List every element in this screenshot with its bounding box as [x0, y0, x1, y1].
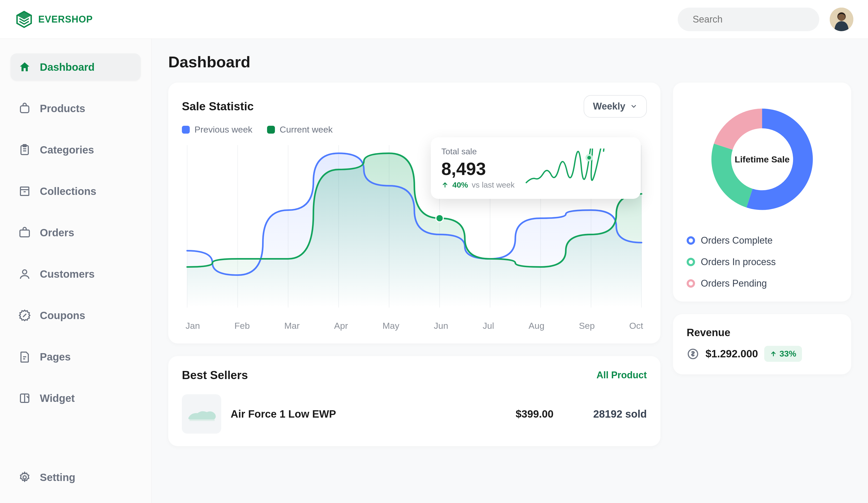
- logo-text: EVERSHOP: [38, 14, 93, 25]
- logo[interactable]: EVERSHOP: [15, 10, 93, 29]
- x-tick: Aug: [529, 321, 545, 331]
- product-name: Air Force 1 Low EWP: [231, 408, 471, 420]
- card-title: Best Sellers: [182, 369, 248, 382]
- search-input[interactable]: [693, 14, 810, 25]
- sidebar-item-label: Widget: [40, 392, 75, 404]
- sidebar-item-label: Customers: [40, 268, 95, 280]
- period-select[interactable]: Weekly: [583, 95, 647, 118]
- x-tick: Mar: [285, 321, 300, 331]
- x-tick: Feb: [234, 321, 250, 331]
- avatar[interactable]: [830, 8, 853, 31]
- tooltip-value: 8,493: [441, 158, 515, 179]
- x-tick: Jan: [186, 321, 200, 331]
- user-icon: [18, 268, 31, 280]
- archive-icon: [18, 185, 31, 198]
- topbar: EVERSHOP: [0, 0, 868, 39]
- legend-curr: Current week: [267, 124, 333, 135]
- x-tick: Apr: [334, 321, 348, 331]
- dollar-icon: [686, 348, 699, 360]
- x-tick: Jun: [434, 321, 448, 331]
- donut-legend-item: Orders Complete: [686, 235, 838, 246]
- sidebar-item-label: Dashboard: [40, 61, 95, 73]
- sidebar-item-label: Categories: [40, 144, 94, 156]
- sidebar-item-coupons[interactable]: Coupons: [10, 302, 141, 329]
- sidebar-item-pages[interactable]: Pages: [10, 343, 141, 370]
- lifetime-sale-card: Lifetime Sale Orders CompleteOrders In p…: [673, 83, 851, 302]
- period-label: Weekly: [593, 101, 625, 112]
- donut-legend-item: Orders In process: [686, 256, 838, 268]
- product-price: $399.00: [480, 408, 554, 420]
- revenue-value: $1.292.000: [705, 348, 758, 360]
- sidebar-item-orders[interactable]: Orders: [10, 219, 141, 246]
- all-product-link[interactable]: All Product: [597, 370, 647, 381]
- sidebar-item-categories[interactable]: Categories: [10, 136, 141, 164]
- sidebar: Dashboard Products Categories Collection…: [0, 39, 152, 503]
- x-axis: JanFebMarAprMayJunJulAugSepOct: [182, 321, 647, 331]
- legend-prev: Previous week: [182, 124, 252, 135]
- logo-icon: [15, 10, 33, 29]
- page-title: Dashboard: [168, 53, 851, 71]
- card-title: Sale Statistic: [182, 100, 254, 113]
- svg-point-23: [436, 214, 443, 222]
- arrow-up-icon: [770, 350, 777, 357]
- donut-legend-item: Orders Pending: [686, 278, 838, 289]
- chart-legend: Previous week Current week: [182, 124, 647, 135]
- tooltip-label: Total sale: [441, 147, 515, 156]
- arrow-up-icon: [441, 181, 449, 189]
- svg-rect-8: [20, 190, 29, 196]
- sidebar-item-dashboard[interactable]: Dashboard: [10, 53, 141, 81]
- chart-tooltip: Total sale 8,493 40% vs last week: [431, 137, 641, 199]
- file-icon: [18, 350, 31, 363]
- seller-row[interactable]: Air Force 1 Low EWP $399.00 28192 sold: [182, 394, 647, 433]
- bag-icon: [18, 102, 31, 115]
- donut-legend: Orders CompleteOrders In processOrders P…: [686, 235, 838, 289]
- search-icon: [686, 14, 687, 25]
- revenue-card: Revenue $1.292.000 33%: [673, 314, 851, 374]
- sidebar-item-widget[interactable]: Widget: [10, 385, 141, 412]
- svg-rect-4: [20, 106, 29, 113]
- main: Dashboard Sale Statistic Weekly Previous…: [152, 39, 868, 503]
- product-thumb: [182, 394, 221, 433]
- clipboard-icon: [18, 144, 31, 156]
- sidebar-item-label: Setting: [40, 472, 75, 483]
- home-icon: [18, 61, 31, 73]
- sidebar-item-setting[interactable]: Setting: [10, 464, 141, 491]
- search-box[interactable]: [678, 8, 819, 31]
- svg-rect-9: [20, 230, 29, 237]
- gear-icon: [18, 471, 31, 484]
- sidebar-item-label: Collections: [40, 186, 96, 197]
- tooltip-delta: 40% vs last week: [441, 180, 515, 189]
- sparkline: [525, 148, 606, 188]
- best-sellers-card: Best Sellers All Product Air Force 1 Low…: [168, 356, 660, 446]
- sidebar-item-label: Orders: [40, 227, 74, 239]
- product-sold: 28192 sold: [563, 408, 647, 420]
- x-tick: Jul: [483, 321, 494, 331]
- sidebar-item-collections[interactable]: Collections: [10, 178, 141, 205]
- donut-center-label: Lifetime Sale: [706, 103, 818, 216]
- revenue-delta-badge: 33%: [764, 346, 802, 362]
- x-tick: May: [382, 321, 399, 331]
- svg-point-25: [587, 156, 591, 159]
- x-tick: Sep: [579, 321, 595, 331]
- widget-icon: [18, 392, 31, 405]
- card-title: Revenue: [686, 327, 838, 338]
- chevron-down-icon: [630, 103, 637, 110]
- sidebar-item-label: Pages: [40, 351, 71, 363]
- sale-statistic-card: Sale Statistic Weekly Previous week Curr…: [168, 83, 660, 344]
- sidebar-item-label: Coupons: [40, 310, 85, 322]
- sidebar-item-products[interactable]: Products: [10, 95, 141, 122]
- briefcase-icon: [18, 226, 31, 239]
- sidebar-item-customers[interactable]: Customers: [10, 260, 141, 288]
- coupon-icon: [18, 309, 31, 322]
- svg-point-10: [22, 270, 27, 274]
- sidebar-item-label: Products: [40, 103, 85, 115]
- x-tick: Oct: [629, 321, 643, 331]
- svg-point-12: [23, 476, 26, 479]
- donut-chart: Lifetime Sale: [706, 103, 818, 216]
